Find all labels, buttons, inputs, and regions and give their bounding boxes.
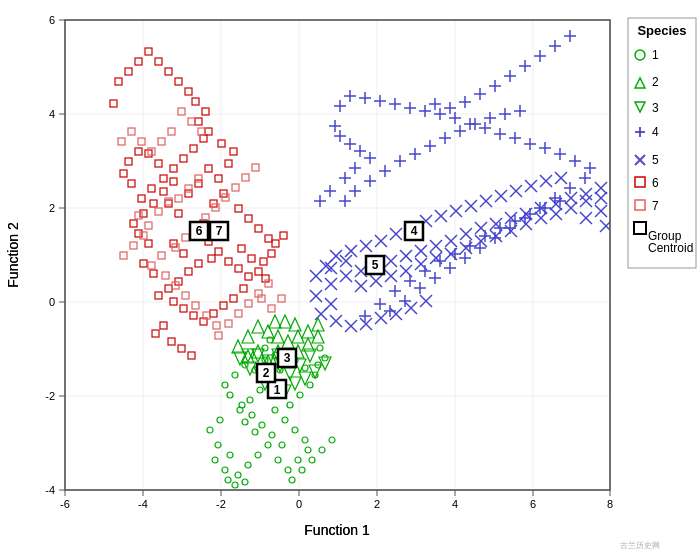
legend-item-2-label: 2 — [652, 75, 659, 89]
x-axis: -6 -4 -2 0 2 4 6 8 — [60, 498, 613, 510]
svg-text:3: 3 — [284, 351, 291, 365]
legend-item-7-label: 7 — [652, 199, 659, 213]
svg-text:4: 4 — [49, 108, 55, 120]
svg-text:4: 4 — [452, 498, 458, 510]
legend-item-3-label: 3 — [652, 101, 659, 115]
svg-text:5: 5 — [372, 258, 379, 272]
legend-item-5-label: 5 — [652, 153, 659, 167]
scatter-plot: -6 -4 -2 0 2 4 6 8 -4 -2 0 2 4 6 Functio… — [0, 0, 700, 560]
legend-title: Species — [637, 23, 686, 38]
svg-text:7: 7 — [216, 224, 223, 238]
svg-text:2: 2 — [263, 366, 270, 380]
svg-text:-2: -2 — [45, 390, 55, 402]
svg-text:2: 2 — [49, 202, 55, 214]
svg-text:0: 0 — [49, 296, 55, 308]
chart-container: -6 -4 -2 0 2 4 6 8 -4 -2 0 2 4 6 Functio… — [0, 0, 700, 560]
svg-text:2: 2 — [374, 498, 380, 510]
svg-text:-4: -4 — [45, 484, 55, 496]
svg-text:1: 1 — [274, 383, 281, 397]
legend-item-6-label: 6 — [652, 176, 659, 190]
watermark: 古兰历史网 — [620, 541, 660, 550]
svg-text:6: 6 — [196, 224, 203, 238]
svg-text:6: 6 — [49, 14, 55, 26]
y-axis: -4 -2 0 2 4 6 — [45, 14, 55, 496]
legend-item-4-label: 4 — [652, 125, 659, 139]
svg-text:-2: -2 — [216, 498, 226, 510]
y-tick-marks — [59, 20, 65, 490]
svg-text:0: 0 — [296, 498, 302, 510]
x-axis-label-text: Function 1 — [304, 522, 370, 538]
svg-text:4: 4 — [411, 224, 418, 238]
svg-rect-593 — [634, 222, 646, 234]
svg-text:-4: -4 — [138, 498, 148, 510]
svg-text:-6: -6 — [60, 498, 70, 510]
svg-text:6: 6 — [530, 498, 536, 510]
legend-item-1-label: 1 — [652, 48, 659, 62]
y-axis-label-text: Function 2 — [5, 222, 21, 288]
svg-text:8: 8 — [607, 498, 613, 510]
legend-centroid-label2: Centroid — [648, 241, 693, 255]
x-tick-marks — [65, 490, 610, 496]
